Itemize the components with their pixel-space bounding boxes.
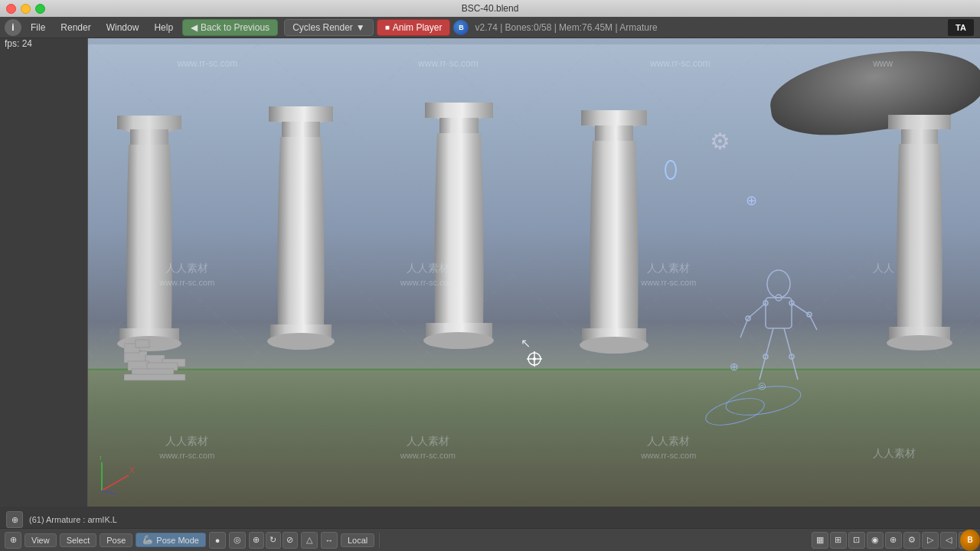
svg-line-34 bbox=[766, 328, 773, 357]
select-menu-btn[interactable]: Select bbox=[60, 533, 97, 547]
watermark-cn-3: 人人素材www.rr-sc.com bbox=[641, 262, 696, 288]
statusbar: ⊕ (61) Armature : armIK.L bbox=[0, 511, 980, 528]
blender-logo-icon: B bbox=[453, 20, 469, 35]
pose-menu-btn[interactable]: Pose bbox=[100, 533, 132, 547]
svg-point-28 bbox=[767, 270, 790, 298]
watermark-cn-2: 人人素材www.rr-sc.com bbox=[400, 262, 456, 288]
chevron-down-icon: ▼ bbox=[356, 22, 365, 33]
svg-rect-14 bbox=[425, 103, 493, 118]
file-menu[interactable]: File bbox=[24, 21, 51, 34]
menubar: i File Render Window Help ◀ Back to Prev… bbox=[0, 17, 980, 38]
armature-icon-1: ⊕ bbox=[730, 360, 739, 373]
watermark-cn-bot-1: 人人素材www.rr-sc.com bbox=[159, 435, 214, 461]
view-menu-btn[interactable]: View bbox=[24, 533, 57, 547]
separator-1 bbox=[379, 533, 380, 548]
watermark-4: www bbox=[873, 58, 893, 69]
transform-group: ⊕ ↻ ⊘ bbox=[249, 532, 298, 549]
pose-mode-icon: 🦾 bbox=[142, 535, 153, 545]
svg-rect-10 bbox=[282, 122, 320, 137]
extra-icon-btn-1[interactable]: ▷ bbox=[922, 532, 939, 549]
svg-line-37 bbox=[792, 357, 798, 380]
svg-line-30 bbox=[748, 303, 766, 318]
pillar-3 bbox=[423, 90, 495, 377]
view-icon-btn-1[interactable]: △ bbox=[301, 532, 318, 549]
pose-info: (61) Armature : armIK.L bbox=[29, 515, 117, 524]
info-button[interactable]: i bbox=[5, 19, 21, 36]
svg-text:X: X bbox=[129, 466, 135, 474]
svg-line-62 bbox=[102, 491, 117, 494]
bottombar-info-btn[interactable]: ⊕ bbox=[5, 532, 21, 549]
svg-point-12 bbox=[267, 333, 335, 350]
close-btn[interactable] bbox=[6, 4, 16, 14]
statusbar-icon-btn[interactable]: ⊕ bbox=[6, 511, 23, 528]
watermark-cn-bot-2: 人人素材www.rr-sc.com bbox=[400, 435, 456, 461]
timeline-icon-btn[interactable]: ⊞ bbox=[830, 532, 847, 549]
robot-armature bbox=[729, 269, 828, 391]
traffic-lights bbox=[6, 4, 45, 14]
anim-player-button[interactable]: ■ Anim Player bbox=[377, 19, 451, 36]
watermark-3: www.rr-sc.com bbox=[650, 58, 710, 69]
svg-rect-24 bbox=[888, 115, 951, 129]
watermark-cn-bot-3: 人人素材www.rr-sc.com bbox=[641, 435, 696, 461]
local-btn[interactable]: Local bbox=[341, 533, 374, 547]
titlebar: BSC-40.blend bbox=[0, 0, 980, 17]
svg-point-57 bbox=[533, 357, 536, 360]
minimize-btn[interactable] bbox=[21, 4, 31, 14]
svg-point-22 bbox=[580, 337, 648, 354]
svg-line-58 bbox=[102, 475, 129, 491]
svg-line-32 bbox=[792, 303, 809, 315]
render-menu[interactable]: Render bbox=[54, 21, 96, 34]
pillar-2 bbox=[266, 94, 335, 377]
transform-btn-3[interactable]: ⊘ bbox=[283, 532, 298, 549]
window-title: BSC-40.blend bbox=[462, 3, 519, 14]
svg-rect-25 bbox=[901, 129, 938, 144]
watermark-cn-1: 人人素材www.rr-sc.com bbox=[159, 262, 214, 288]
dot-btn-1[interactable]: ● bbox=[209, 532, 226, 549]
floating-armor: ⚙ bbox=[710, 128, 730, 155]
back-to-previous-button[interactable]: ◀ Back to Previous bbox=[182, 19, 278, 36]
back-arrow-icon: ◀ bbox=[191, 22, 198, 33]
pose-mode-btn[interactable]: 🦾 Pose Mode bbox=[136, 533, 206, 547]
coord-indicator: X Y bbox=[94, 456, 136, 500]
watermark-1: www.rr-sc.com bbox=[178, 58, 238, 69]
viewport[interactable]: ⚙ ⊕ bbox=[0, 38, 980, 507]
right-toolbar-icons: ▦ ⊞ ⊡ ◉ ⊕ ⚙ ▷ ◁ △ bbox=[812, 532, 975, 549]
dot-btn-2[interactable]: ◎ bbox=[229, 532, 246, 549]
view-icon-btn-2[interactable]: ↔ bbox=[321, 532, 338, 549]
svg-line-36 bbox=[784, 328, 792, 357]
bottombar: ⊕ View Select Pose 🦾 Pose Mode ● ◎ ⊕ ↻ ⊘… bbox=[0, 528, 980, 551]
svg-point-17 bbox=[423, 332, 494, 349]
settings-icon-btn[interactable]: ⚙ bbox=[903, 532, 920, 549]
maximize-btn[interactable] bbox=[35, 4, 45, 14]
render-icon-btn[interactable]: ▦ bbox=[812, 532, 828, 549]
ruins-blocks bbox=[124, 336, 247, 382]
watermark-2: www.rr-sc.com bbox=[418, 58, 479, 69]
svg-line-31 bbox=[740, 318, 748, 337]
viewport-inner[interactable]: ⚙ ⊕ bbox=[88, 44, 980, 507]
transform-btn-1[interactable]: ⊕ bbox=[249, 532, 264, 549]
svg-line-35 bbox=[760, 357, 766, 380]
extra-icon-btn-2[interactable]: ◁ bbox=[940, 532, 957, 549]
svg-rect-29 bbox=[766, 298, 792, 328]
svg-rect-19 bbox=[581, 110, 647, 126]
armature-icon-2: ◎ bbox=[758, 380, 766, 391]
node-icon-btn[interactable]: ⊡ bbox=[848, 532, 865, 549]
watermark-cn-bot-4: 人人素材 bbox=[873, 447, 916, 461]
world-icon-btn[interactable]: ⊕ bbox=[885, 532, 902, 549]
help-menu[interactable]: Help bbox=[148, 21, 179, 34]
transform-btn-2[interactable]: ↻ bbox=[266, 532, 281, 549]
svg-rect-20 bbox=[595, 126, 633, 141]
window-menu[interactable]: Window bbox=[100, 21, 145, 34]
svg-point-27 bbox=[887, 335, 952, 350]
svg-rect-4 bbox=[117, 116, 181, 129]
target-icon: ⊕ bbox=[746, 192, 757, 209]
pillar-4 bbox=[579, 98, 649, 377]
ground-plane bbox=[88, 368, 980, 507]
svg-rect-51 bbox=[124, 374, 185, 380]
svg-rect-9 bbox=[269, 106, 333, 122]
scene-icon-btn[interactable]: ◉ bbox=[867, 532, 884, 549]
left-panel bbox=[0, 38, 88, 507]
floating-oval bbox=[665, 160, 677, 180]
watermark-cn-4: 人人 bbox=[873, 262, 894, 276]
cycles-render-dropdown[interactable]: Cycles Render ▼ bbox=[284, 19, 374, 36]
